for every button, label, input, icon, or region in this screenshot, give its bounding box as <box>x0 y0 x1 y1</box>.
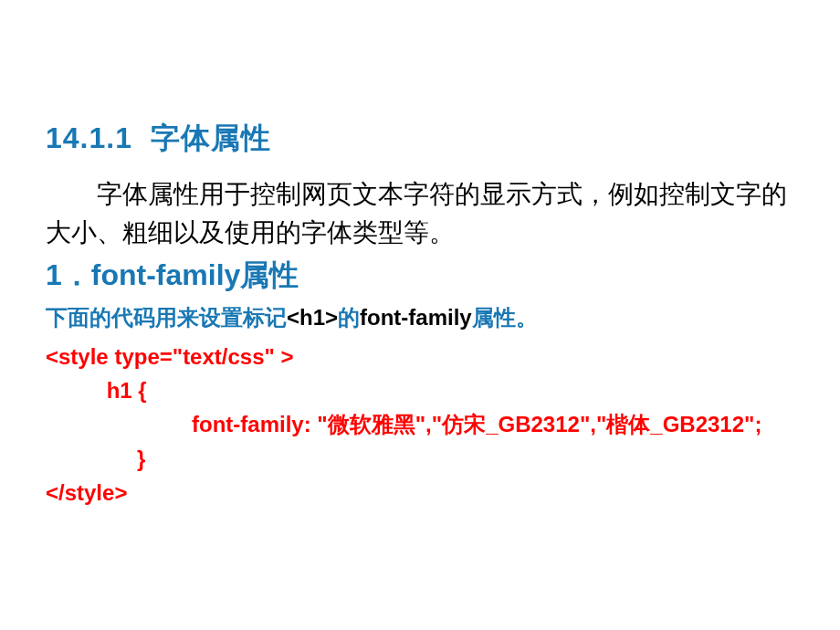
body-paragraph: 字体属性用于控制网页文本字符的显示方式，例如控制文字的大小、粗细以及使用的字体类… <box>46 175 794 252</box>
code-line-3: font-family: "微软雅黑","仿宋_GB2312","楷体_GB23… <box>46 412 761 436</box>
intro-mid: 的 <box>338 305 360 330</box>
section-number: 14.1.1 <box>46 121 132 154</box>
code-line-1: <style type="text/css" > <box>46 344 294 369</box>
intro-prefix: 下面的代码用来设置标记 <box>46 305 287 330</box>
section-title-text: 字体属性 <box>151 121 271 154</box>
intro-attr: font-family <box>360 305 472 330</box>
sub-heading: 1．font-family属性 <box>46 256 794 296</box>
intro-tag: <h1> <box>287 305 338 330</box>
sub-heading-title: font-family属性 <box>91 258 299 291</box>
code-line-2: h1 { <box>46 378 147 403</box>
section-title: 14.1.1 字体属性 <box>46 119 794 159</box>
intro-suffix: 属性。 <box>472 305 538 330</box>
code-block: <style type="text/css" > h1 { font-famil… <box>46 340 794 509</box>
code-line-5: </style> <box>46 480 127 505</box>
code-line-4: } <box>46 446 145 471</box>
intro-line: 下面的代码用来设置标记<h1>的font-family属性。 <box>46 303 794 332</box>
sub-heading-number: 1． <box>46 258 91 291</box>
